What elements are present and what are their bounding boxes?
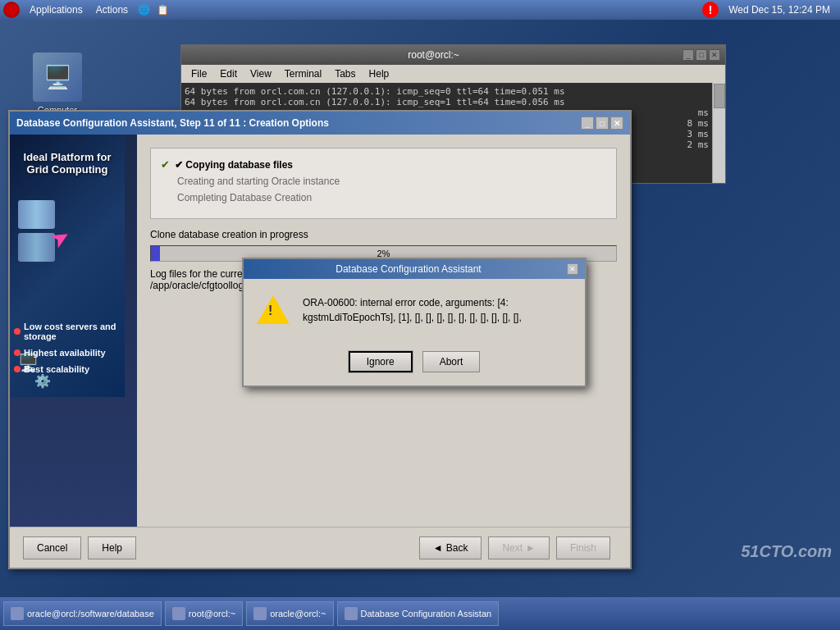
bullet-3: Best scalability — [14, 364, 121, 374]
terminal-close-btn[interactable]: ✕ — [709, 49, 720, 61]
terminal-menu-help[interactable]: Help — [363, 66, 396, 81]
error-line-1: ORA-00600: internal error code, argument… — [303, 295, 522, 310]
error-line-2: kgstmLdiToEpochTs], [1], [], [], [], [],… — [303, 310, 522, 325]
terminal-line-1: 64 bytes from orcl.com.cn (127.0.0.1): i… — [185, 86, 722, 97]
error-dialog: Database Configuration Assistant ✕ ! ORA… — [242, 258, 587, 387]
taskbar-label-4: Database Configuration Assistan — [361, 609, 492, 619]
taskbar-label-3: oracle@orcl:~ — [270, 609, 326, 619]
terminal-titlebar: root@orcl:~ _ □ ✕ — [181, 45, 725, 65]
terminal-menu-view[interactable]: View — [244, 66, 278, 81]
terminal-line-2: 64 bytes from orcl.com.cn (127.0.0.1): i… — [185, 97, 722, 107]
next-arrow-icon: ► — [526, 542, 536, 554]
dbca-outer-minimize-btn[interactable]: _ — [581, 116, 594, 130]
ignore-button[interactable]: Ignore — [349, 351, 413, 372]
next-button[interactable]: Next ► — [488, 536, 550, 559]
cancel-button[interactable]: Cancel — [23, 536, 81, 559]
terminal-scroll-thumb[interactable] — [714, 84, 725, 108]
error-message: ORA-00600: internal error code, argument… — [303, 295, 522, 325]
finish-button[interactable]: Finish — [556, 536, 610, 559]
next-label: Next — [502, 542, 523, 554]
terminal-menu-file[interactable]: File — [185, 66, 213, 81]
actions-menu[interactable]: Actions — [89, 2, 135, 17]
back-arrow-icon: ◄ — [433, 542, 443, 554]
taskbar-label-2: root@orcl:~ — [189, 609, 235, 619]
back-label: Back — [446, 542, 468, 554]
checkmark-icon: ✔ — [161, 158, 170, 171]
progress-item-1: ✔ ✔ Copying database files — [161, 158, 606, 171]
network-icon: 📋 — [157, 4, 169, 16]
terminal-minimize-btn[interactable]: _ — [682, 49, 694, 61]
taskbar-item-oracle-home[interactable]: oracle@orcl:~ — [246, 601, 333, 626]
terminal-maximize-btn[interactable]: □ — [696, 49, 707, 61]
back-button[interactable]: ◄ Back — [419, 536, 482, 559]
dbca-outer-title: Database Configuration Assistant, Step 1… — [16, 117, 579, 129]
alert-icon: ! — [702, 2, 719, 18]
terminal-title: root@orcl:~ — [186, 49, 681, 61]
error-titlebar: Database Configuration Assistant ✕ — [244, 259, 585, 279]
warning-icon: ! — [257, 295, 290, 328]
computer-desktop-icon[interactable]: 🖥️ Computer — [25, 52, 90, 115]
progress-text-2: Creating and starting Oracle instance — [177, 176, 340, 187]
watermark: 51CTO.com — [741, 542, 832, 561]
dbca-outer-close-btn[interactable]: ✕ — [610, 116, 623, 130]
applications-menu[interactable]: Applications — [23, 2, 89, 17]
progress-item-3: Completing Database Creation — [161, 192, 606, 203]
progress-item-2: Creating and starting Oracle instance — [161, 176, 606, 187]
terminal-icon-1 — [11, 607, 24, 620]
error-content: ! ORA-00600: internal error code, argume… — [244, 279, 585, 345]
terminal-menu-tabs[interactable]: Tabs — [328, 66, 362, 81]
computer-icon: 🖥️ — [33, 52, 82, 102]
help-button[interactable]: Help — [88, 536, 136, 559]
desktop: 🖥️ Computer root@orcl:~ _ □ ✕ File Edit … — [0, 20, 840, 597]
abort-button[interactable]: Abort — [422, 351, 481, 372]
dbca-outer-titlebar: Database Configuration Assistant, Step 1… — [10, 112, 630, 135]
taskbar-item-oracle-software[interactable]: oracle@orcl:/software/database — [3, 601, 162, 626]
progress-text-1: ✔ Copying database files — [175, 159, 293, 171]
terminal-icon-2 — [172, 607, 185, 620]
terminal-icon-3 — [253, 607, 267, 620]
error-dialog-close-btn[interactable]: ✕ — [567, 263, 578, 275]
terminal-menubar: File Edit View Terminal Tabs Help — [181, 65, 725, 83]
taskbar-top: Applications Actions 🌐 📋 ! Wed Dec 15, 1… — [0, 0, 840, 20]
terminal-menu-edit[interactable]: Edit — [213, 66, 244, 81]
taskbar-bottom: oracle@orcl:/software/database root@orcl… — [0, 597, 840, 630]
taskbar-item-dbca[interactable]: Database Configuration Assistan — [337, 601, 500, 626]
terminal-scrollbar[interactable] — [712, 83, 725, 183]
os-logo-icon — [3, 2, 20, 18]
dbca-icon — [345, 607, 358, 620]
progress-text-3: Completing Database Creation — [177, 192, 312, 203]
grid-bullets: Low cost servers and storage Highest ava… — [14, 322, 121, 381]
progress-section: ✔ ✔ Copying database files Creating and … — [150, 148, 617, 219]
dbca-bottom-bar: Cancel Help ◄ Back Next ► Finish — [10, 527, 630, 568]
dbca-branding-image: Ideal Platform for Grid Computing ➤ 🖥️ ⚙… — [10, 135, 125, 397]
taskbar-item-root[interactable]: root@orcl:~ — [165, 601, 243, 626]
dbca-left-panel: Ideal Platform for Grid Computing ➤ 🖥️ ⚙… — [10, 135, 137, 527]
warning-exclaim: ! — [268, 304, 272, 318]
error-dialog-title: Database Configuration Assistant — [250, 263, 567, 275]
bullet-1: Low cost servers and storage — [14, 322, 121, 341]
error-buttons: Ignore Abort — [244, 345, 585, 386]
clock-display: Wed Dec 15, 12:24 PM — [722, 4, 837, 16]
clone-label: Clone database creation in progress — [150, 229, 617, 240]
terminal-menu-terminal[interactable]: Terminal — [278, 66, 328, 81]
bullet-2: Highest availability — [14, 348, 121, 358]
grid-heading: Ideal Platform for Grid Computing — [18, 151, 116, 176]
dbca-outer-maximize-btn[interactable]: □ — [596, 116, 609, 130]
taskbar-label-1: oracle@orcl:/software/database — [27, 609, 154, 619]
globe-icon: 🌐 — [138, 4, 150, 16]
